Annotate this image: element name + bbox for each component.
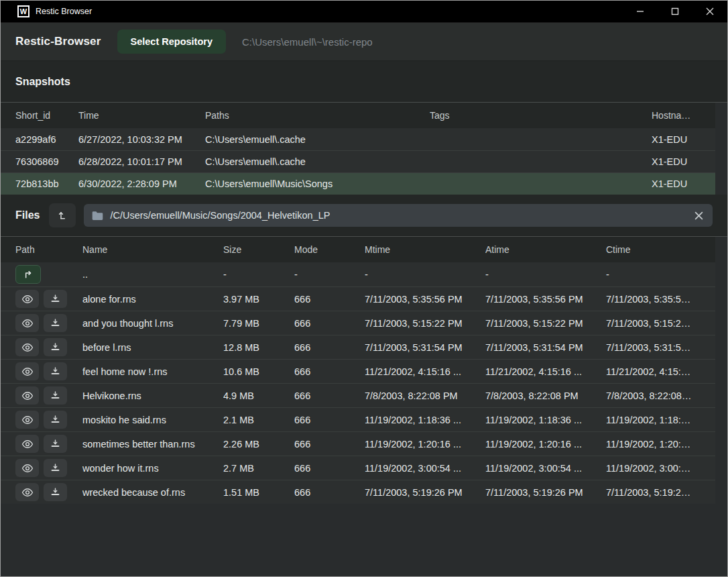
snapshot-row[interactable]: 76306869 6/28/2022, 10:01:17 PM C:\Users… xyxy=(1,150,715,172)
file-ctime: - xyxy=(606,269,701,280)
download-icon xyxy=(50,415,60,425)
eye-icon xyxy=(21,295,34,304)
file-mode: 666 xyxy=(294,439,365,450)
preview-file-button[interactable] xyxy=(15,411,39,429)
column-atime: Atime xyxy=(485,244,606,255)
eye-icon xyxy=(21,319,34,328)
file-row: wrecked because of.rns 1.51 MB 666 7/11/… xyxy=(1,480,715,504)
download-file-button[interactable] xyxy=(44,362,67,380)
snapshot-paths: C:\Users\emuell\.cache xyxy=(205,134,430,145)
column-size: Size xyxy=(223,244,294,255)
snapshot-short-id: 76306869 xyxy=(15,156,78,167)
file-name: and you thought l.rns xyxy=(82,318,223,329)
maximize-button[interactable] xyxy=(658,1,692,22)
snapshot-hostname: X1-EDU xyxy=(652,156,701,167)
file-mtime: 7/8/2003, 8:22:08 PM xyxy=(365,390,485,401)
file-atime: 11/19/2002, 1:20:16 ... xyxy=(485,439,606,450)
column-ctime: Ctime xyxy=(606,244,701,255)
eye-icon xyxy=(21,391,34,401)
files-title: Files xyxy=(15,209,40,221)
file-row: sometimes better than.rns 2.26 MB 666 11… xyxy=(1,431,715,456)
file-size: 4.9 MB xyxy=(223,390,294,401)
download-file-button[interactable] xyxy=(44,338,67,356)
path-input[interactable]: /C/Users/emuell/Music/Songs/2004_Helveti… xyxy=(84,204,713,227)
preview-file-button[interactable] xyxy=(15,290,39,308)
file-mtime: 7/11/2003, 5:31:54 PM xyxy=(365,342,485,353)
download-file-button[interactable] xyxy=(44,483,67,501)
file-ctime: 11/21/2002, 4:15:16 ... xyxy=(606,366,701,377)
download-file-button[interactable] xyxy=(44,314,67,332)
file-size: 2.7 MB xyxy=(223,463,294,474)
snapshot-row[interactable]: a2299af6 6/27/2022, 10:03:32 PM C:\Users… xyxy=(1,128,715,150)
preview-file-button[interactable] xyxy=(15,362,39,380)
repository-path: C:\Users\emuell\~\restic-repo xyxy=(242,36,373,48)
file-row: alone for.rns 3.97 MB 666 7/11/2003, 5:3… xyxy=(1,286,715,311)
column-mtime: Mtime xyxy=(365,244,485,255)
file-row: feel home now !.rns 10.6 MB 666 11/21/20… xyxy=(1,359,715,383)
download-file-button[interactable] xyxy=(44,411,67,429)
download-file-button[interactable] xyxy=(44,386,67,405)
download-file-button[interactable] xyxy=(44,459,67,477)
folder-icon xyxy=(92,211,103,221)
eye-icon xyxy=(21,439,34,449)
eye-icon xyxy=(21,415,34,425)
wails-logo-icon: W xyxy=(17,5,29,17)
download-file-button[interactable] xyxy=(44,290,67,308)
file-mode: 666 xyxy=(294,342,365,353)
file-atime: - xyxy=(485,269,606,280)
file-atime: 7/11/2003, 5:31:54 PM xyxy=(485,342,606,353)
minimize-button[interactable] xyxy=(623,1,658,22)
download-icon xyxy=(50,463,60,473)
file-atime: 7/8/2003, 8:22:08 PM xyxy=(485,390,606,401)
download-file-button[interactable] xyxy=(44,435,67,453)
snapshot-hostname: X1-EDU xyxy=(652,178,701,189)
file-size: - xyxy=(223,269,294,280)
file-ctime: 11/19/2002, 1:18:36 ... xyxy=(606,415,701,425)
column-tags: Tags xyxy=(430,110,652,121)
snapshot-short-id: a2299af6 xyxy=(15,134,78,145)
eye-icon xyxy=(21,464,34,473)
file-row: and you thought l.rns 7.79 MB 666 7/11/2… xyxy=(1,311,715,335)
level-up-icon xyxy=(57,210,68,221)
file-size: 1.51 MB xyxy=(223,487,294,498)
preview-file-button[interactable] xyxy=(15,459,39,477)
file-ctime: 7/11/2003, 5:15:22 PM xyxy=(606,318,701,329)
file-mode: 666 xyxy=(294,390,365,401)
app-header: Restic-Browser Select Repository C:\User… xyxy=(1,23,727,61)
column-mode: Mode xyxy=(294,244,365,255)
file-mtime: 7/11/2003, 5:15:22 PM xyxy=(365,318,485,329)
file-mtime: 7/11/2003, 5:35:56 PM xyxy=(365,294,485,305)
select-repository-button[interactable]: Select Repository xyxy=(117,30,227,54)
download-icon xyxy=(50,390,60,401)
file-mode: - xyxy=(294,269,365,280)
file-mode: 666 xyxy=(294,318,365,329)
snapshots-table-header: Short_id Time Paths Tags Hostname xyxy=(1,103,715,128)
preview-file-button[interactable] xyxy=(15,435,39,453)
file-size: 7.79 MB xyxy=(223,318,294,329)
clear-path-button[interactable] xyxy=(693,210,705,221)
file-size: 2.26 MB xyxy=(223,439,294,450)
file-mtime: 11/19/2002, 3:00:54 ... xyxy=(365,463,485,474)
file-row: before l.rns 12.8 MB 666 7/11/2003, 5:31… xyxy=(1,335,715,359)
preview-file-button[interactable] xyxy=(15,483,39,501)
snapshot-row[interactable]: 72b813bb 6/30/2022, 2:28:09 PM C:\Users\… xyxy=(1,172,715,195)
app-name: Restic-Browser xyxy=(15,35,101,48)
file-size: 10.6 MB xyxy=(223,366,294,377)
parent-directory-button[interactable] xyxy=(49,203,76,227)
column-short-id: Short_id xyxy=(15,110,78,121)
file-atime: 7/11/2003, 5:35:56 PM xyxy=(485,294,606,305)
snapshot-hostname: X1-EDU xyxy=(652,134,701,145)
preview-file-button[interactable] xyxy=(15,386,39,405)
file-mode: 666 xyxy=(294,463,365,474)
close-button[interactable] xyxy=(692,1,727,22)
file-name: before l.rns xyxy=(82,342,223,353)
file-size: 2.1 MB xyxy=(223,415,294,425)
file-ctime: 11/19/2002, 1:20:16 ... xyxy=(606,439,701,450)
preview-file-button[interactable] xyxy=(15,338,39,356)
file-row: moskito he said.rns 2.1 MB 666 11/19/200… xyxy=(1,407,715,431)
file-mtime: - xyxy=(365,269,485,280)
maximize-icon xyxy=(671,7,679,15)
preview-file-button[interactable] xyxy=(15,314,39,332)
go-up-button[interactable] xyxy=(15,265,41,284)
parent-directory-row[interactable]: .. - - - - - xyxy=(1,262,715,286)
